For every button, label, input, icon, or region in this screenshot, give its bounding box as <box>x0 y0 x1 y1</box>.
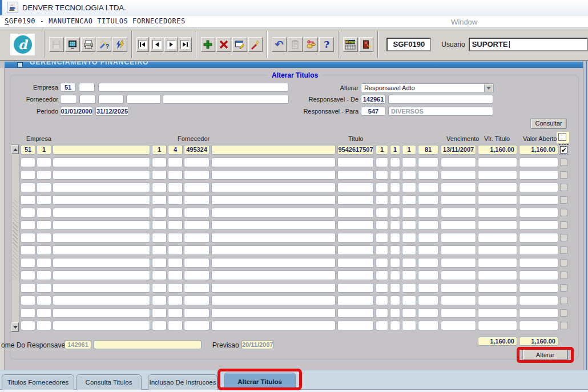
grid-cell-r13-c15[interactable] <box>519 296 558 305</box>
grid-cell-r11-c14[interactable] <box>478 270 517 280</box>
grid-cell-r10-c7[interactable] <box>211 258 336 268</box>
grid-cell-r6-c4[interactable] <box>152 208 167 217</box>
grid-cell-r12-c1[interactable] <box>21 283 35 293</box>
grid-cell-r1-c11[interactable]: 1 <box>402 145 416 155</box>
grid-cell-r13-c11[interactable] <box>402 296 416 305</box>
grid-cell-r8-c2[interactable] <box>37 233 51 243</box>
grid-cell-r2-c9[interactable] <box>376 157 388 167</box>
grid-cell-r6-c2[interactable] <box>37 208 51 217</box>
grid-cell-r5-c8[interactable] <box>337 195 374 205</box>
row-select-checkbox-2[interactable] <box>560 159 567 166</box>
grid-cell-r10-c9[interactable] <box>376 258 388 268</box>
row-select-checkbox-12[interactable] <box>560 284 567 292</box>
grid-cell-r8-c7[interactable] <box>211 233 336 243</box>
grid-cell-r7-c5[interactable] <box>168 220 183 230</box>
grid-cell-r3-c8[interactable] <box>337 170 374 180</box>
grid-cell-r9-c7[interactable] <box>211 245 336 255</box>
grid-cell-r14-c9[interactable] <box>376 308 388 318</box>
grid-cell-r9-c2[interactable] <box>37 245 51 255</box>
grid-cell-r14-c3[interactable] <box>53 308 150 318</box>
grid-cell-r9-c11[interactable] <box>402 245 416 255</box>
grid-cell-r3-c15[interactable] <box>519 170 558 180</box>
grid-cell-r4-c4[interactable] <box>152 183 167 192</box>
grid-cell-r9-c10[interactable] <box>390 245 400 255</box>
grid-cell-r13-c2[interactable] <box>37 296 51 305</box>
grid-cell-r9-c13[interactable] <box>441 245 476 255</box>
grid-cell-r9-c4[interactable] <box>152 245 167 255</box>
grid-cell-r5-c7[interactable] <box>211 195 336 205</box>
grid-cell-r12-c5[interactable] <box>168 283 183 293</box>
grid-cell-r3-c13[interactable] <box>441 170 476 180</box>
grid-cell-r1-c2[interactable]: 1 <box>37 145 51 155</box>
grid-cell-r14-c11[interactable] <box>402 308 416 318</box>
grid-cell-r11-c15[interactable] <box>519 270 558 280</box>
grid-cell-r5-c1[interactable] <box>21 195 35 205</box>
grid-cell-r4-c14[interactable] <box>478 183 517 192</box>
execute-query-button[interactable] <box>112 37 127 52</box>
grid-cell-r15-c15[interactable] <box>519 321 558 330</box>
print-button[interactable] <box>81 37 96 52</box>
nome-responsavel-code-field[interactable]: 142961 <box>65 340 91 349</box>
fornecedor-field-3[interactable] <box>98 95 124 104</box>
grid-cell-r13-c5[interactable] <box>168 296 183 305</box>
grid-cell-r1-c12[interactable]: 81 <box>418 145 438 155</box>
screen-button[interactable] <box>65 37 80 52</box>
row-select-checkbox-5[interactable] <box>560 196 567 204</box>
fornecedor-name-field[interactable] <box>163 95 289 104</box>
grid-cell-r5-c5[interactable] <box>168 195 183 205</box>
empresa-code-field[interactable]: 51 <box>60 83 76 92</box>
grid-cell-r8-c10[interactable] <box>390 233 400 243</box>
grid-cell-r3-c12[interactable] <box>418 170 438 180</box>
grid-cell-r3-c7[interactable] <box>211 170 336 180</box>
grid-cell-r7-c4[interactable] <box>152 220 167 230</box>
row-select-checkbox-11[interactable] <box>560 272 567 279</box>
exit-button[interactable] <box>359 37 374 52</box>
usuario-field[interactable]: SUPORTE <box>469 38 588 51</box>
grid-cell-r9-c9[interactable] <box>376 245 388 255</box>
grid-cell-r2-c13[interactable] <box>441 157 476 167</box>
fornecedor-field-1[interactable] <box>60 95 77 104</box>
grid-cell-r5-c14[interactable] <box>478 195 517 205</box>
row-select-checkbox-6[interactable] <box>560 209 567 216</box>
grid-cell-r4-c8[interactable] <box>337 183 374 192</box>
grid-cell-r2-c10[interactable] <box>390 157 400 167</box>
grid-cell-r6-c6[interactable] <box>184 208 210 217</box>
grid-cell-r7-c13[interactable] <box>441 220 476 230</box>
grid-cell-r7-c3[interactable] <box>53 220 150 230</box>
grid-cell-r11-c10[interactable] <box>390 270 400 280</box>
grid-cell-r7-c6[interactable] <box>184 220 210 230</box>
alterar-dropdown[interactable]: Responsavel Adto <box>361 83 494 93</box>
grid-cell-r15-c11[interactable] <box>402 321 416 330</box>
grid-cell-r9-c3[interactable] <box>53 245 150 255</box>
grid-cell-r13-c13[interactable] <box>441 296 476 305</box>
tab-inclusao-de-instrucoes[interactable]: Inclusao De Instrucoes <box>148 374 218 390</box>
grid-cell-r2-c11[interactable] <box>402 157 416 167</box>
grid-cell-r14-c14[interactable] <box>478 308 517 318</box>
grid-cell-r11-c6[interactable] <box>184 270 210 280</box>
empresa-code2-field[interactable] <box>79 83 95 92</box>
grid-cell-r4-c12[interactable] <box>418 183 438 192</box>
grid-cell-r5-c13[interactable] <box>441 195 476 205</box>
grid-cell-r2-c14[interactable] <box>478 157 517 167</box>
grid-cell-r13-c9[interactable] <box>376 296 388 305</box>
grid-cell-r13-c1[interactable] <box>21 296 35 305</box>
grid-cell-r3-c11[interactable] <box>402 170 416 180</box>
grid-cell-r14-c15[interactable] <box>519 308 558 318</box>
module-code-field[interactable]: SGF0190 <box>386 38 431 51</box>
grid-cell-r15-c12[interactable] <box>418 321 438 330</box>
grid-cell-r2-c8[interactable] <box>337 157 374 167</box>
grid-cell-r11-c2[interactable] <box>37 270 51 280</box>
menu-button[interactable]: Menu <box>343 37 358 52</box>
grid-cell-r3-c2[interactable] <box>37 170 51 180</box>
grid-cell-r6-c11[interactable] <box>402 208 416 217</box>
grid-cell-r14-c10[interactable] <box>390 308 400 318</box>
grid-cell-r4-c5[interactable] <box>168 183 183 192</box>
grid-cell-r6-c13[interactable] <box>441 208 476 217</box>
grid-cell-r14-c1[interactable] <box>21 308 35 318</box>
grid-cell-r13-c6[interactable] <box>184 296 210 305</box>
grid-cell-r8-c12[interactable] <box>418 233 438 243</box>
grid-cell-r3-c14[interactable] <box>478 170 517 180</box>
grid-cell-r4-c7[interactable] <box>211 183 336 192</box>
grid-cell-r6-c15[interactable] <box>519 208 558 217</box>
grid-cell-r11-c11[interactable] <box>402 270 416 280</box>
